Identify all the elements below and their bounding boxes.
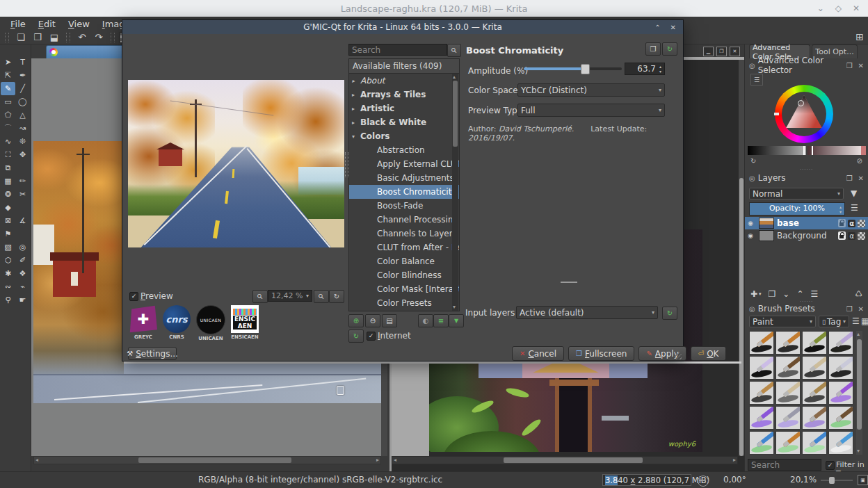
brush-search-input[interactable] [748,459,821,471]
docker-menu-icon[interactable]: ◎ [749,174,755,182]
brush-preset[interactable] [802,431,827,455]
zoom-reset-icon[interactable]: ↻ [329,290,344,303]
brush-preset[interactable] [802,331,827,355]
tool-button[interactable]: ∡ [15,214,30,227]
brush-grid-scrollbar[interactable]: ▴ ▾ [856,331,862,455]
inherit-alpha-icon[interactable] [858,220,865,227]
tool-button[interactable]: ◯ [15,95,30,108]
filter-tree-item[interactable]: Channel Processing [349,213,459,227]
add-fave-icon[interactable]: ⊕ [348,314,364,327]
tool-button[interactable]: ▭ [1,95,15,108]
reset-parameters-icon[interactable]: ↻ [662,42,677,56]
docker-close-icon[interactable]: ✕ [858,62,864,70]
refresh-layers-icon[interactable]: ↻ [662,307,677,320]
tool-button[interactable]: ✂ [15,188,30,201]
tool-button[interactable]: ✐ [15,254,30,267]
brush-preset[interactable] [749,406,774,430]
alpha-lock-icon[interactable]: α [848,220,855,227]
alpha-lock-icon[interactable]: α [848,232,855,240]
tree-expand-icon[interactable]: ▾ [352,133,360,140]
brush-preset[interactable] [802,356,827,380]
docker-menu-icon[interactable]: ◎ [749,305,755,313]
filter-search-input[interactable] [348,44,447,56]
tool-button[interactable]: ✥ [15,148,30,161]
open-document-icon[interactable]: ❒ [31,32,45,42]
tool-button[interactable]: ∾ [1,280,15,293]
tool-button[interactable]: ⛶ [1,148,15,161]
filter-tree-item[interactable]: ▸ About [349,74,459,88]
no-color-icon[interactable]: ⊘ [857,157,862,165]
tool-button[interactable]: ❊ [15,135,30,148]
tool-button[interactable]: ⌁ [15,280,30,293]
canvas-rotation-dial[interactable] [698,475,709,487]
filter-tree-item[interactable]: Color Balance [349,254,459,268]
brush-preset[interactable] [775,356,801,380]
scroll-right-icon[interactable]: ▸ [733,457,736,464]
tool-button[interactable]: ⧉ [1,161,15,174]
filter-tree-item[interactable]: Basic Adjustments [349,171,459,185]
blend-mode-dropdown[interactable]: Normal ▾ [749,188,844,200]
filter-tree-item[interactable]: Channels to Layers [349,227,459,241]
color-space-dropdown[interactable]: YCbCr (Distinct) ▾ [517,83,665,97]
brush-preset[interactable] [828,406,853,430]
tool-button[interactable]: ∿ [1,135,15,148]
brush-preset[interactable] [828,381,853,405]
tint-shade-strip[interactable] [807,146,866,155]
tool-button[interactable]: ✎ [1,82,15,95]
dialog-button[interactable]: ❒ Fullscreen [568,346,634,361]
dialog-button[interactable]: ⏎ OK [691,346,727,361]
tool-button[interactable]: ⚑ [1,227,15,241]
workspace-chooser-icon[interactable]: ⊞ [855,31,864,42]
filter-tree-item[interactable]: CLUT from After - Before [349,241,459,254]
filter-tree-item[interactable]: ▸ Black & White [349,115,459,129]
window-close-icon[interactable]: ✕ [853,3,860,13]
mdi-restore-icon[interactable]: ❐ [716,47,727,56]
refresh-filters-icon[interactable]: ↻ [348,330,364,343]
filter-tree-item[interactable]: Color Presets [349,296,459,310]
filter-tree-item[interactable]: Color Blindness [349,268,459,282]
eye-icon[interactable]: ◉ [748,232,756,239]
filter-tree-item[interactable]: ▸ Arrays & Tiles [349,88,459,101]
docker-float-icon[interactable]: ❐ [846,62,853,70]
internet-checkbox[interactable]: ✓ [367,332,376,341]
filter-tree-item[interactable]: Boost Chromaticity [349,185,459,199]
institution-logo[interactable]: ENSICAEN ENSICAEN [231,305,259,341]
tool-button[interactable]: ✒ [15,69,30,82]
brush-tag-filter-dropdown[interactable]: Paint ▾ [749,316,816,327]
tool-button[interactable]: ╱ [15,82,30,95]
delete-layer-icon[interactable]: ♺ [855,289,862,299]
filter-selection-mode-icon[interactable]: ▼ [449,314,464,327]
dialog-resize-grip[interactable] [675,352,682,359]
filter-tree-item[interactable]: Abstraction [349,143,459,157]
mdi-close-icon[interactable]: ✕ [730,47,740,56]
tool-button[interactable]: ⇱ [1,69,15,82]
lock-icon[interactable] [838,231,846,240]
preview-zoom-combobox[interactable]: 12,42 % ▾ [268,290,312,302]
brush-preset[interactable] [775,431,801,455]
opacity-slider[interactable]: Opacity: 100% ▴▾ [749,202,845,215]
dialog-close-icon[interactable]: ✕ [670,24,676,31]
institution-logo[interactable]: cnrs CNRS [163,305,191,341]
zoom-in-icon[interactable]: ⚲ [314,290,329,303]
color-selector-settings-icon[interactable]: ☰ [750,74,763,86]
brush-preset[interactable] [749,431,774,455]
save-icon[interactable]: ⬓ [47,32,61,42]
remove-fave-icon[interactable]: ⊖ [365,314,380,327]
brush-preset[interactable] [749,381,774,405]
lock-icon[interactable] [838,219,846,227]
search-icon[interactable]: ⚲ [447,44,461,57]
layer-row[interactable]: ◉ Background α [745,229,868,242]
menu-item[interactable]: Edit [32,19,62,29]
slider-handle[interactable] [581,64,590,74]
zoom-fit-icon[interactable]: ▣ [858,475,868,485]
rename-fave-icon[interactable]: ▤ [382,314,397,327]
tool-button[interactable]: ◆ [1,201,15,214]
brush-preset[interactable] [802,381,827,405]
institution-logo[interactable]: ✚ GREYC [129,305,157,341]
tool-button[interactable]: ⌒ [1,122,15,135]
copy-command-icon[interactable]: ❐ [645,42,661,56]
filter-tree-scrollbar[interactable]: ▴ ▾ [452,74,458,311]
filter-tree-item[interactable]: ▸ Artistic [349,101,459,115]
docker-menu-icon[interactable]: ◎ [749,62,755,70]
tree-expand-icon[interactable]: ▸ [352,92,360,98]
